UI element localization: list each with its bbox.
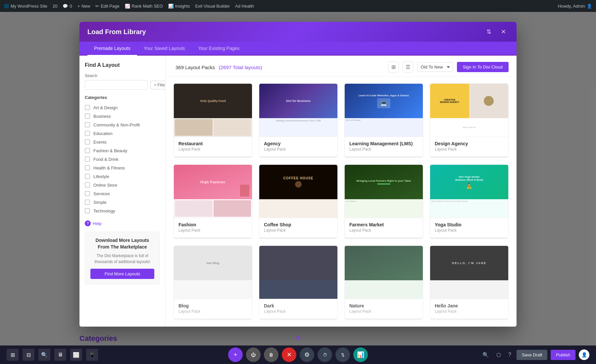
grid-view-button[interactable]: ⊞ [388,62,399,72]
category-simple[interactable]: Simple [85,198,160,206]
modal-title: Load From Library [87,28,146,36]
settings-button[interactable]: ⚙ [300,347,314,362]
find-more-button[interactable]: Find More Layouts [90,269,154,279]
category-business[interactable]: Business [85,112,160,120]
category-technology[interactable]: Technology [85,206,160,215]
add-element-button[interactable]: + [228,347,243,362]
toolbar-center: + ⏻ 🗑 ✕ ⚙ ⏱ ⇅ 📊 [228,347,368,362]
category-services[interactable]: Services [85,189,160,198]
rank-math[interactable]: 📈 Rank Math SEO [125,4,163,9]
card-info: Yoga Studio Layout Pack [430,218,508,237]
tab-premade-layouts[interactable]: Premade Layouts [87,42,137,56]
toolbar-search-button[interactable]: 🔍 [38,349,50,361]
zoom-icon[interactable]: 🔍 [480,350,491,360]
layout-card-nature[interactable]: Nature Layout Pack [344,246,423,320]
comments-count[interactable]: 💬 0 [63,4,72,9]
category-events[interactable]: Events [85,138,160,146]
bottom-toolbar: ⊞ ⊟ 🔍 🖥 ⬜ 📱 + ⏻ 🗑 ✕ ⚙ ⏱ ⇅ 📊 🔍 ⬡ ? Save D… [0,345,596,364]
preview-top: Learn to Code Websites, Apps & Games 💻 [345,84,423,118]
card-footer [174,237,252,239]
edit-page[interactable]: ✏ Edit Page [95,4,119,9]
card-preview: Divi Yoga StudioBalance, Mind & Body 🧘 H… [430,165,508,218]
layout-card-yoga-studio[interactable]: Divi Yoga StudioBalance, Mind & Body 🧘 H… [430,164,509,239]
filter-button[interactable]: + Filter [150,81,166,89]
insights[interactable]: 📊 Insights [168,4,190,9]
preview-top [259,246,337,280]
preview-bottom [345,280,423,299]
new-post[interactable]: + New [77,4,90,9]
exit-builder[interactable]: Exit Visual Builder [195,4,230,9]
power-button[interactable]: ⏻ [246,347,261,362]
toolbar-tablet-button[interactable]: ⬜ [70,349,82,361]
category-education[interactable]: Education [85,129,160,138]
category-checkbox [85,131,90,136]
toolbar-grid-button[interactable]: ⊞ [7,349,19,361]
tab-existing-pages[interactable]: Your Existing Pages [192,42,246,56]
card-info: Design Agency Layout Pack [430,137,508,156]
card-footer [259,156,337,158]
preview-bottom [430,280,508,299]
layout-count: 369 Layout Packs (2697 Total layouts) [174,63,262,71]
preview-top: COFFEE HOUSE [259,165,337,199]
sign-in-divi-cloud-button[interactable]: Sign In To Divi Cloud [457,62,509,72]
help-toolbar-icon[interactable]: ? [506,350,513,360]
layout-card-agency[interactable]: Divi for Business Building Successful Bu… [259,83,338,158]
preview-bottom: 100's of Courses [345,118,423,137]
category-checkbox [85,122,90,127]
layout-card-blog[interactable]: Our Blog Blog Layout Pack [174,246,252,320]
publish-button[interactable]: Publish [551,350,575,360]
marketplace-title: Download More Layouts From The Marketpla… [90,237,154,250]
category-lifestyle[interactable]: Lifestyle [85,172,160,181]
card-preview: HELLO, I'M JANE [430,246,508,299]
layout-settings-button[interactable]: ⇅ [483,26,494,37]
updates-count[interactable]: 20 [53,4,57,9]
category-online-store[interactable]: Online Store [85,181,160,189]
layout-card-coffee-shop[interactable]: COFFEE HOUSE Coffee Shop Layout Pack [259,164,338,239]
ad-health[interactable]: Ad Health [235,4,254,9]
avatar: 👤 [579,349,589,360]
card-footer [174,318,252,320]
preview-top: Divi Yoga StudioBalance, Mind & Body 🧘 [430,165,508,199]
layout-card-farmers-market[interactable]: Bringing Local Farmers Right to your Tab… [344,164,423,239]
layers-icon[interactable]: ⬡ [494,350,503,360]
layout-card-dark[interactable]: Dark Layout Pack [259,246,338,320]
card-preview [259,246,337,299]
user-greeting[interactable]: Howdy, Admin 👤 [558,4,592,9]
category-health-fitness[interactable]: Health & Fitness [85,163,160,172]
layout-card-lms[interactable]: Learn to Code Websites, Apps & Games 💻 1… [344,83,423,158]
layout-card-design-agency[interactable]: CREATIVEDESIGN AGENCY WHAT WE DO [430,83,509,158]
layout-card-hello-jane[interactable]: HELLO, I'M JANE Hello Jane Layout Pack [430,246,509,320]
search-input[interactable] [85,80,148,90]
layout-card-fashion[interactable]: High Fashion Fashion Layout Pa [174,164,252,239]
tab-saved-layouts[interactable]: Your Saved Layouts [137,42,192,56]
category-checkbox [85,182,90,188]
card-info: Learning Management (LMS) Layout Pack [345,137,423,156]
toolbar-phone-button[interactable]: 📱 [86,349,98,361]
save-draft-button[interactable]: Save Draft [517,350,547,360]
grid-container: Only Quality Food Restaurant Layout Pack [174,83,509,320]
sort-select[interactable]: Old To New New To Old A to Z Z to A [417,62,453,72]
trash-button[interactable]: 🗑 [264,347,278,362]
category-checkbox [85,200,90,205]
site-name[interactable]: ⊞ My WordPress Site [4,2,47,10]
preview-bottom [259,199,337,218]
category-checkbox [85,157,90,162]
category-art-design[interactable]: Art & Design [85,103,160,112]
category-food-drink[interactable]: Food & Drink [85,155,160,163]
close-modal-button[interactable]: ✕ [498,26,509,37]
preview-top: CREATIVEDESIGN AGENCY [430,84,508,118]
help-link[interactable]: ? Help [85,220,160,226]
sidebar-title: Find A Layout [85,62,160,68]
toolbar-modules-button[interactable]: ⊟ [23,349,34,361]
category-community[interactable]: Community & Non-Profit [85,120,160,129]
list-view-button[interactable]: ☰ [403,62,413,72]
preview-bottom: Our Markets [345,199,423,218]
wireframe-button[interactable]: ⇅ [335,347,350,362]
card-info: Farmers Market Layout Pack [345,218,423,237]
close-builder-button[interactable]: ✕ [282,347,296,362]
layout-card-restaurant[interactable]: Only Quality Food Restaurant Layout Pack [174,83,252,158]
history-button[interactable]: ⏱ [318,347,332,362]
toolbar-desktop-button[interactable]: 🖥 [54,349,66,361]
category-fashion-beauty[interactable]: Fashion & Beauty [85,146,160,155]
stats-button[interactable]: 📊 [353,347,368,362]
